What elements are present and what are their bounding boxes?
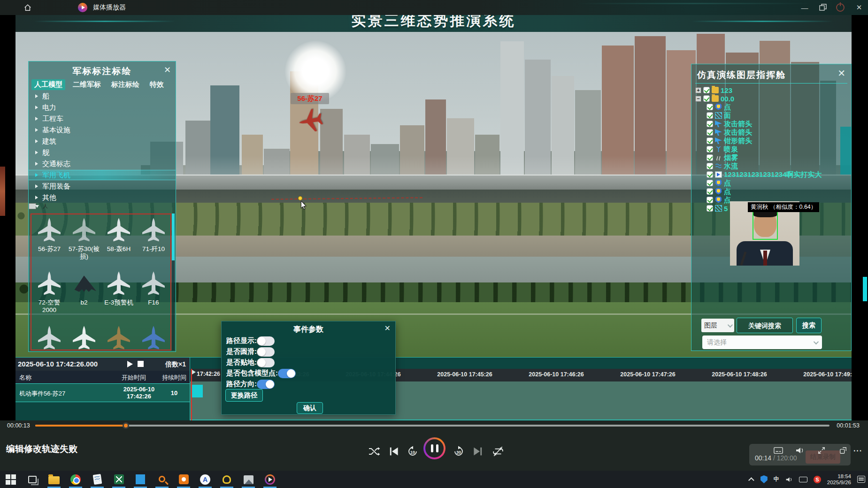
taskbar-clock[interactable]: 18:54 2025/9/26 <box>827 473 851 486</box>
layer-type-dropdown[interactable]: 图层 <box>701 319 734 332</box>
checkbox[interactable] <box>707 112 713 119</box>
more-options-button[interactable]: ··· <box>853 447 862 455</box>
checkbox[interactable] <box>703 87 710 93</box>
event-block[interactable] <box>192 385 203 397</box>
tab-annotation[interactable]: 标注标绘 <box>108 79 142 90</box>
captions-icon[interactable] <box>774 447 783 454</box>
playhead[interactable] <box>191 369 192 420</box>
tree-item-point[interactable]: 点 <box>695 179 848 187</box>
tab-2d-symbol[interactable]: 二维军标 <box>70 79 104 90</box>
volume-tray-icon[interactable] <box>785 476 793 483</box>
tree-item-folder-123[interactable]: +123 <box>695 86 848 94</box>
category-military-aircraft[interactable]: 军用飞机 <box>29 169 176 181</box>
media-player-taskbar-icon[interactable] <box>259 471 281 488</box>
close-icon[interactable]: ✕ <box>837 69 845 77</box>
tree-item-attack-arrow[interactable]: 攻击箭头 <box>695 120 848 128</box>
change-path-button[interactable]: 更换路径 <box>225 389 263 402</box>
photos-app-icon[interactable] <box>238 471 259 488</box>
search-button[interactable]: 搜索 <box>796 318 822 333</box>
model-j10[interactable]: 71-歼10 <box>137 217 170 253</box>
action-center-icon[interactable] <box>857 476 865 483</box>
select-dropdown[interactable]: 请选择 <box>702 336 822 349</box>
a-app-icon[interactable]: A <box>194 471 216 488</box>
waypoint-dot[interactable] <box>298 196 302 200</box>
tab-artificial-model[interactable]: 人工模型 <box>31 79 65 90</box>
close-icon[interactable]: ✕ <box>854 3 864 12</box>
excel-icon[interactable] <box>108 471 130 488</box>
collapse-minus-icon[interactable]: − <box>695 96 701 102</box>
tree-item-area[interactable]: 面 <box>695 111 848 120</box>
yellow-app-icon[interactable] <box>216 471 238 488</box>
repeat-off-icon[interactable] <box>492 446 504 457</box>
model-su30-damaged[interactable]: 57-苏30(被损) <box>67 217 101 260</box>
power-icon[interactable] <box>836 3 845 12</box>
tab-effects[interactable]: 特效 <box>147 79 167 90</box>
seek-bar[interactable] <box>35 425 830 427</box>
chrome-icon[interactable] <box>65 471 86 488</box>
category-engineering-vehicle[interactable]: 工程车 <box>29 113 176 124</box>
category-traffic-sign[interactable]: 交通标志 <box>29 158 176 169</box>
checkbox[interactable] <box>707 129 713 136</box>
right-edge-scrollbar[interactable] <box>863 277 867 301</box>
orange-cube-app-icon[interactable] <box>173 471 194 488</box>
path-display-toggle[interactable] <box>257 336 275 346</box>
restore-icon[interactable] <box>819 4 827 11</box>
model-grid-scrollbar[interactable] <box>172 214 175 351</box>
checkbox[interactable] <box>707 188 713 195</box>
defender-shield-icon[interactable] <box>760 475 768 483</box>
rewind-10-icon[interactable]: 10 <box>407 446 419 457</box>
next-track-icon[interactable] <box>472 446 484 457</box>
category-warship[interactable]: 舰 <box>29 147 176 158</box>
tray-expand-icon[interactable] <box>748 477 754 483</box>
category-building[interactable]: 建筑 <box>29 136 176 147</box>
checkbox[interactable] <box>707 121 713 127</box>
seek-handle[interactable] <box>123 422 129 429</box>
tree-item-point[interactable]: 点 <box>695 187 848 196</box>
start-button[interactable] <box>0 471 22 488</box>
notepad-icon[interactable] <box>86 471 108 488</box>
model-e3-awacs[interactable]: E-3预警机 <box>102 271 136 306</box>
vscode-icon[interactable] <box>130 471 151 488</box>
category-other[interactable]: 其他 <box>29 192 176 203</box>
table-row[interactable]: 机动事件56-苏27 2025-06-10 17:42:26 10 <box>15 383 190 402</box>
sogou-ime-icon[interactable]: S <box>814 476 821 483</box>
minimize-icon[interactable]: — <box>799 4 810 12</box>
checkbox[interactable] <box>707 180 713 186</box>
ime-icon[interactable]: 中 <box>774 475 779 483</box>
include-model-points-toggle[interactable] <box>278 369 296 378</box>
model-h6h[interactable]: 58-轰6H <box>102 217 136 253</box>
checkbox[interactable] <box>707 171 713 178</box>
checkbox[interactable] <box>707 197 713 203</box>
shuffle-icon[interactable] <box>368 446 380 457</box>
task-view-button[interactable] <box>22 471 43 488</box>
model-f16[interactable]: F16 <box>137 271 170 306</box>
volume-icon[interactable] <box>795 447 805 454</box>
tree-item-test-layer[interactable]: 1231231231231234啊实打实大 <box>695 170 848 179</box>
tree-item-folder-000[interactable]: −00.0 <box>695 94 848 103</box>
stop-icon[interactable] <box>138 361 144 367</box>
model-b2[interactable]: b2 <box>67 271 101 306</box>
checkbox[interactable] <box>707 146 713 152</box>
model-row3-4[interactable] <box>137 325 170 351</box>
category-basic-facility[interactable]: 基本设施 <box>29 124 176 136</box>
checkbox[interactable] <box>707 163 713 169</box>
forward-30-icon[interactable]: 30 <box>453 446 465 457</box>
scrollbar-thumb[interactable] <box>172 214 175 260</box>
previous-track-icon[interactable] <box>387 446 399 457</box>
tree-item-fountain[interactable]: 喷泉 <box>695 145 848 153</box>
speed-multiplier[interactable]: 倍数×1 <box>165 360 186 369</box>
path-direction-toggle[interactable] <box>257 380 275 389</box>
confirm-button[interactable]: 确认 <box>297 402 323 414</box>
model-kj2000[interactable]: 72-空警2000 <box>32 271 66 314</box>
tree-item-pincer-arrow[interactable]: 钳形箭头 <box>695 137 848 145</box>
checkbox[interactable] <box>707 104 713 110</box>
category-ship[interactable]: 船 <box>29 91 176 102</box>
touch-keyboard-icon[interactable] <box>799 477 807 482</box>
keyword-search-input[interactable] <box>737 318 793 333</box>
tree-item-attack-arrow[interactable]: 攻击箭头 <box>695 128 848 137</box>
category-military-equipment[interactable]: 军用装备 <box>29 181 176 192</box>
close-icon[interactable]: ✕ <box>164 66 171 74</box>
category-person[interactable]: 人 <box>29 203 36 209</box>
search-app-icon[interactable] <box>151 471 173 488</box>
close-icon[interactable]: ✕ <box>384 324 391 333</box>
